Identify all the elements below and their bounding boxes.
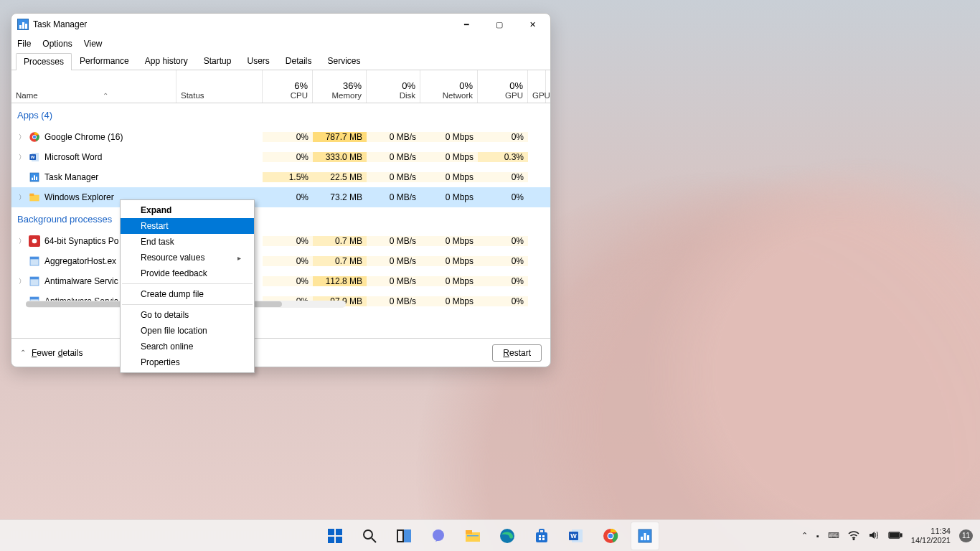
process-row[interactable]: 〉Google Chrome (16) 0% 787.7 MB 0 MB/s 0… [11,127,550,147]
context-item[interactable]: Properties [121,354,254,370]
svg-rect-52 [890,533,898,537]
tab-startup[interactable]: Startup [196,52,240,70]
disk-value: 0 MB/s [367,192,420,202]
col-name[interactable]: Name [11,70,176,103]
svg-rect-7 [32,178,33,180]
exe-icon [29,276,40,287]
store-button[interactable] [527,522,556,550]
menu-file[interactable]: File [17,39,31,49]
svg-rect-19 [30,297,39,299]
word-button[interactable]: W [562,522,590,550]
context-item[interactable]: Go to details [121,307,254,323]
tab-app-history[interactable]: App history [137,52,196,70]
exe-icon [29,255,40,267]
col-memory[interactable]: 36%Memory [313,70,367,103]
edge-button[interactable] [493,522,522,550]
menu-options[interactable]: Options [42,39,72,49]
titlebar[interactable]: Task Manager ━ ▢ ✕ [11,14,550,35]
context-item[interactable]: Restart [121,218,254,234]
tray-chevron-icon[interactable]: ⌃ [801,531,808,540]
tab-performance[interactable]: Performance [72,52,137,70]
taskbar-center: W [321,522,659,550]
keyboard-icon[interactable]: ⌨ [828,531,839,540]
taskmanager-button[interactable] [631,522,659,550]
svg-rect-30 [466,530,472,534]
clock[interactable]: 11:34 14/12/2021 [911,527,951,545]
context-item[interactable]: Provide feedback [121,265,254,281]
tab-services[interactable]: Services [320,52,369,70]
wifi-icon[interactable] [848,530,859,542]
network-value: 0 Mbps [420,132,478,142]
tm-icon [29,171,40,183]
volume-icon[interactable] [868,530,880,542]
svg-rect-31 [467,535,479,537]
chrome-icon [29,131,40,143]
explorer-button[interactable] [458,522,487,550]
process-row[interactable]: 〉Windows Explorer 0% 73.2 MB 0 MB/s 0 Mb… [11,187,550,207]
memory-value: 333.0 MB [313,152,367,162]
context-item[interactable]: Open file location [121,323,254,339]
cpu-value: 0% [263,152,313,162]
svg-text:W: W [31,155,35,159]
process-name: Task Manager [44,172,98,182]
expand-icon[interactable]: 〉 [19,153,24,162]
gpu-value: 0% [478,172,528,182]
process-row[interactable]: 〉Antimalware Servic 0% 112.8 MB 0 MB/s 0… [11,271,550,291]
chat-button[interactable] [424,522,453,550]
tabs: Processes Performance App history Startu… [11,52,550,70]
menu-view[interactable]: View [84,39,103,49]
col-gpu[interactable]: 0%GPU [478,70,528,103]
col-network[interactable]: 0%Network [420,70,478,103]
cpu-value: 0% [263,192,313,202]
svg-rect-9 [36,176,37,180]
tray-app-icon[interactable]: ▪ [816,532,819,540]
context-item[interactable]: Expand [121,202,254,218]
group-apps[interactable]: Apps (4) [11,103,550,127]
expand-icon[interactable]: 〉 [19,193,24,202]
col-cpu[interactable]: 6%CPU [263,70,313,103]
context-item[interactable]: Resource values [121,250,254,265]
context-item[interactable]: Create dump file [121,286,254,302]
col-status[interactable]: Status [176,70,263,103]
start-button[interactable] [321,522,349,550]
process-row[interactable]: Task Manager 1.5% 22.5 MB 0 MB/s 0 Mbps … [11,167,550,187]
fewer-details-toggle[interactable]: ⌃Fewer details [20,348,83,358]
process-name: Windows Explorer [44,192,114,202]
tab-users[interactable]: Users [239,52,277,70]
col-disk[interactable]: 0%Disk [367,70,420,103]
expand-icon[interactable]: 〉 [19,237,24,246]
svg-rect-37 [539,538,541,540]
svg-rect-17 [30,277,39,279]
svg-line-25 [372,538,376,542]
system-tray: ⌃ ▪ ⌨ 11:34 14/12/2021 11 [801,527,980,545]
context-item[interactable]: End task [121,234,254,250]
task-view-button[interactable] [390,522,418,550]
column-headers: Name Status 6%CPU 36%Memory 0%Disk 0%Net… [11,70,550,103]
syn-icon [29,235,40,247]
process-row[interactable]: AggregatorHost.ex 0% 0.7 MB 0 MB/s 0 Mbp… [11,251,550,271]
word-icon: W [29,151,40,163]
tab-details[interactable]: Details [278,52,320,70]
col-gpu-engine[interactable]: GPU [528,70,546,103]
minimize-button[interactable]: ━ [450,14,483,35]
search-button[interactable] [355,522,384,550]
cpu-value: 0% [263,276,313,286]
tab-processes[interactable]: Processes [16,53,72,70]
context-item[interactable]: Search online [121,339,254,354]
expand-icon[interactable]: 〉 [19,277,24,286]
network-value: 0 Mbps [420,236,478,246]
clock-date: 14/12/2021 [911,536,951,545]
disk-value: 0 MB/s [367,296,420,306]
maximize-button[interactable]: ▢ [483,14,516,35]
group-background[interactable]: Background processes [11,207,126,231]
battery-icon[interactable] [888,531,903,541]
process-name: Antimalware Servic [44,276,118,286]
process-row[interactable]: 〉WMicrosoft Word 0% 333.0 MB 0 MB/s 0 Mb… [11,147,550,167]
restart-button[interactable]: Restart [492,344,542,362]
notification-badge[interactable]: 11 [959,529,973,542]
expand-icon[interactable]: 〉 [19,133,24,142]
close-button[interactable]: ✕ [516,14,549,35]
process-row[interactable]: 〉64-bit Synaptics Po 0% 0.7 MB 0 MB/s 0 … [11,231,550,251]
svg-rect-27 [405,530,410,542]
chrome-button[interactable] [596,522,625,550]
